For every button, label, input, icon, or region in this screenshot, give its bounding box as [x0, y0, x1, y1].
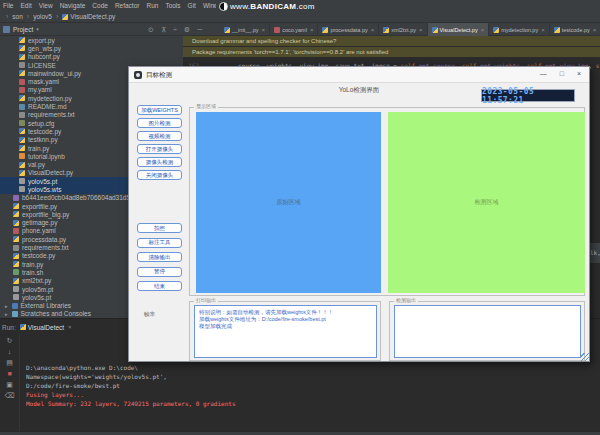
close-icon[interactable]: ×	[593, 27, 597, 33]
window-control-icon[interactable]: —	[540, 70, 547, 77]
display-group: 显示区域 原始区域 检测区域	[189, 107, 585, 296]
control-buttons-bottom: 拍照标注工具清除输出暂停结束	[137, 223, 182, 291]
editor-tab[interactable]: processdata.py ×	[318, 23, 379, 36]
tree-item[interactable]: hubconf.py	[0, 53, 183, 61]
dialog-button[interactable]: 打开摄像头	[137, 144, 182, 154]
file-icon	[13, 269, 19, 275]
editor-tab[interactable]: coco.yaml ×	[270, 23, 318, 36]
console-toolbar-icon[interactable]: ↻	[7, 337, 13, 344]
close-icon[interactable]: ×	[68, 324, 72, 330]
editor-tab[interactable]: VisualDetect.py ×	[428, 23, 490, 36]
tree-item[interactable]: export.py	[0, 36, 183, 44]
file-icon	[224, 27, 230, 33]
lcd-clock: 2023-05-05 11:57:21	[481, 89, 575, 102]
file-icon	[19, 95, 25, 101]
toolbar-icon[interactable]: ⊙	[148, 26, 154, 33]
editor-tab-bar: __init__.py × coco.yaml × processdata.py…	[220, 23, 600, 36]
console-toolbar-icon[interactable]: ↓	[8, 348, 12, 355]
resize-grip[interactable]	[581, 353, 589, 361]
file-icon	[19, 87, 25, 93]
dialog-button[interactable]: 加载WEIGHTS	[137, 105, 182, 115]
menu-item[interactable]: View	[39, 2, 53, 9]
toolbar-icon[interactable]: ÷	[173, 26, 177, 33]
file-icon	[383, 27, 389, 33]
file-icon	[13, 236, 19, 242]
file-icon	[19, 62, 25, 68]
dialog-button[interactable]: 标注工具	[137, 238, 182, 248]
dialog-button[interactable]: 暂停	[137, 267, 182, 277]
editor-tab[interactable]: mydetection.py ×	[489, 23, 550, 36]
notification-banner[interactable]: Download grammar and spelling checker fo…	[183, 36, 600, 47]
file-icon	[13, 228, 19, 234]
editor-tab[interactable]: testcode.py ×	[550, 23, 600, 36]
window-control-icon[interactable]: ×	[577, 70, 581, 77]
file-icon	[13, 245, 19, 251]
print-line: 特别说明：如需自动检测，请先加载weights文件！！！	[199, 309, 376, 316]
close-icon[interactable]: ×	[371, 27, 375, 33]
toolbar-icon[interactable]: ⊼	[161, 26, 166, 33]
dialog-title-bar[interactable]: 目标检测 —□×	[129, 67, 589, 83]
dialog-button[interactable]: 结束	[137, 281, 182, 291]
dialog-button[interactable]: 视频检测	[137, 131, 182, 141]
editor-tab[interactable]: __init__.py ×	[220, 23, 270, 36]
run-tab[interactable]: VisualDetect ×	[20, 324, 72, 331]
file-icon	[13, 220, 19, 226]
group-label: 打印输出	[194, 298, 218, 303]
print-output-box[interactable]: 特别说明：如需自动检测，请先加载weights文件！！！加载weights文件地…	[194, 305, 377, 358]
breadcrumb-item[interactable]: VisualDetect.py	[52, 13, 115, 20]
console-toolbar-icon[interactable]: ▤	[6, 359, 13, 366]
file-icon	[19, 178, 25, 184]
project-title: Project	[13, 26, 33, 33]
menu-item[interactable]: Tools	[165, 2, 180, 9]
run-tab-row: Run: VisualDetect ×	[0, 321, 72, 333]
menu-item[interactable]: Edit	[20, 2, 31, 9]
menu-item[interactable]: File	[3, 2, 13, 9]
file-icon	[322, 27, 328, 33]
dialog-button[interactable]: 摄像头检测	[137, 157, 182, 167]
dialog-button[interactable]: 清除输出	[137, 252, 182, 262]
console-line: D:/code/fire-smoke/best.pt	[26, 381, 236, 390]
console-toolbar-icon[interactable]: ⌫	[5, 392, 15, 399]
close-icon[interactable]: ×	[419, 27, 423, 33]
console-line: Fusing layers...	[26, 390, 236, 399]
close-icon[interactable]: ×	[481, 27, 485, 33]
fps-label: 帧率	[144, 311, 155, 318]
notification-banner[interactable]: Package requirements 'torch==1.7.1', 'to…	[183, 47, 600, 58]
original-video-panel: 原始区域	[196, 112, 381, 293]
menu-item[interactable]: Refactor	[115, 2, 140, 9]
file-icon	[19, 170, 25, 176]
file-icon	[19, 104, 25, 110]
dialog-button[interactable]: 关闭摄像头	[137, 170, 182, 180]
detect-output-group: 检测输出	[389, 301, 585, 361]
editor-tab[interactable]: xml2txt.py ×	[379, 23, 427, 36]
window-control-icon[interactable]: □	[560, 70, 564, 77]
file-icon	[13, 261, 19, 267]
breadcrumb-item[interactable]: son	[2, 13, 23, 20]
print-line: 模型加载完成	[199, 323, 376, 330]
toolbar-icon[interactable]: ⚙	[184, 26, 190, 33]
menu-item[interactable]: Git	[188, 2, 196, 9]
detect-output-box[interactable]	[394, 305, 581, 358]
toolbar-icon[interactable]: ─	[197, 26, 202, 33]
close-icon[interactable]: ×	[262, 27, 266, 33]
file-icon	[274, 27, 280, 33]
breadcrumb-item[interactable]: yolov5	[23, 13, 52, 20]
project-panel-header[interactable]: Project ▾	[3, 23, 39, 35]
console-line: D:\anaconda\python.exe D:\code\	[26, 363, 236, 372]
run-label: Run:	[2, 324, 16, 331]
menu-item[interactable]: Navigate	[60, 2, 86, 9]
close-icon[interactable]: ×	[541, 27, 545, 33]
python-run-icon	[20, 324, 26, 330]
console-line: Model Summary: 232 layers, 7249215 param…	[26, 399, 236, 408]
console-toolbar-icon[interactable]: ▣	[6, 381, 13, 388]
control-buttons-top: 加载WEIGHTS图片检测视频检测打开摄像头摄像头检测关闭摄像头	[137, 105, 182, 180]
file-icon	[432, 27, 438, 33]
menu-item[interactable]: Code	[92, 2, 108, 9]
tree-item[interactable]: gen_wts.py	[0, 44, 183, 52]
window-controls: —□×	[540, 70, 581, 77]
dialog-button[interactable]: 图片检测	[137, 118, 182, 128]
console-toolbar-icon[interactable]: ■	[7, 370, 11, 377]
dialog-button[interactable]: 拍照	[137, 223, 182, 233]
menu-item[interactable]: Run	[146, 2, 158, 9]
close-icon[interactable]: ×	[310, 27, 314, 33]
